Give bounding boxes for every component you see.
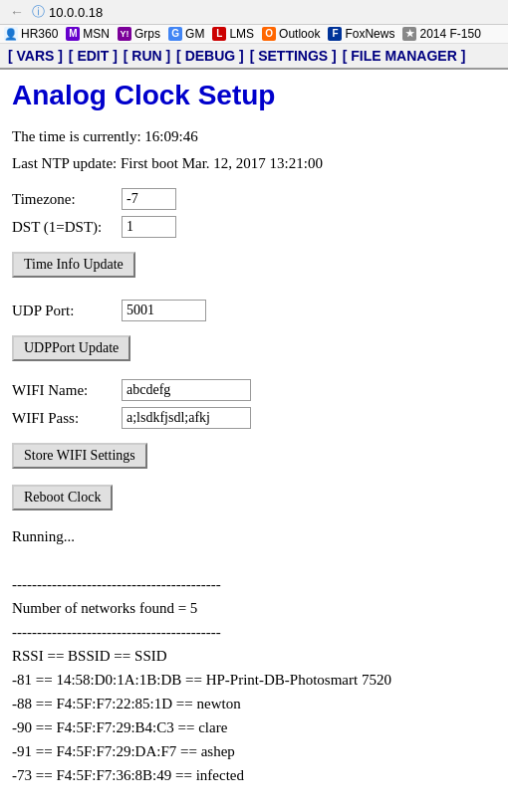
bookmark-outlook[interactable]: O Outlook	[262, 27, 320, 41]
bookmark-f150-label: 2014 F-150	[419, 27, 480, 41]
bookmark-hr360[interactable]: 👤 HR360	[4, 27, 58, 41]
time-current-line: The time is currently: 16:09:46	[12, 125, 496, 148]
bookmark-msn[interactable]: M MSN	[66, 27, 110, 41]
output-network4: -91 == F4:5F:F7:29:DA:F7 == ashep	[12, 739, 496, 763]
wifi-pass-input[interactable]	[122, 407, 251, 429]
timezone-input[interactable]	[122, 188, 176, 210]
bookmark-foxnews[interactable]: F FoxNews	[328, 27, 394, 41]
time-current-label: The time is currently:	[12, 128, 141, 144]
page-title: Analog Clock Setup	[12, 80, 496, 111]
store-wifi-section: Store WIFI Settings	[12, 435, 496, 477]
output-network2: -88 == F4:5F:F7:22:85:1D == newton	[12, 692, 496, 715]
udp-update-button[interactable]: UDPPort Update	[12, 335, 130, 361]
address-bar: ← ⓘ 10.0.0.18	[0, 0, 508, 25]
bookmark-foxnews-label: FoxNews	[345, 27, 394, 41]
info-icon: ⓘ	[32, 3, 45, 21]
reboot-section: Reboot Clock	[12, 477, 496, 518]
output-section: Running... -----------------------------…	[12, 524, 496, 787]
nav-vars[interactable]: [ VARS ]	[8, 48, 63, 64]
gm-icon: G	[168, 27, 182, 41]
udp-update-section: UDPPort Update	[12, 327, 496, 369]
foxnews-icon: F	[328, 27, 342, 41]
grps-icon: Y!	[118, 27, 131, 41]
timezone-row: Timezone:	[12, 188, 496, 210]
nav-debug[interactable]: [ DEBUG ]	[176, 48, 244, 64]
output-rssi-header: RSSI == BSSID == SSID	[12, 644, 496, 668]
back-button[interactable]: ←	[6, 4, 28, 20]
nav-bar: [ VARS ] [ EDIT ] [ RUN ] [ DEBUG ] [ SE…	[0, 44, 508, 70]
bookmark-lms[interactable]: L LMS	[212, 27, 254, 41]
timezone-label: Timezone:	[12, 191, 122, 208]
f150-icon: ★	[402, 27, 416, 41]
udp-row: UDP Port:	[12, 300, 496, 321]
ntp-label: Last NTP update:	[12, 155, 117, 171]
bookmark-outlook-label: Outlook	[279, 27, 320, 41]
dst-input[interactable]	[122, 216, 176, 238]
wifi-pass-label: WIFI Pass:	[12, 410, 122, 427]
bookmark-msn-label: MSN	[83, 27, 110, 41]
output-network3: -90 == F4:5F:F7:29:B4:C3 == clare	[12, 715, 496, 739]
output-networks-found: Number of networks found = 5	[12, 596, 496, 620]
nav-file-manager[interactable]: [ FILE MANAGER ]	[343, 48, 466, 64]
output-running: Running...	[12, 524, 496, 548]
udp-port-label: UDP Port:	[12, 303, 122, 319]
nav-edit[interactable]: [ EDIT ]	[69, 48, 118, 64]
output-sep1: ----------------------------------------…	[12, 572, 496, 596]
wifi-name-input[interactable]	[122, 379, 251, 401]
output-network1: -81 == 14:58:D0:1A:1B:DB == HP-Print-DB-…	[12, 668, 496, 692]
ntp-line: Last NTP update: First boot Mar. 12, 201…	[12, 152, 496, 175]
dst-row: DST (1=DST):	[12, 216, 496, 238]
lms-icon: L	[212, 27, 226, 41]
dst-label: DST (1=DST):	[12, 219, 122, 236]
udp-section: UDP Port:	[12, 300, 496, 321]
bookmark-gm-label: GM	[185, 27, 204, 41]
timezone-section: Timezone: DST (1=DST):	[12, 188, 496, 238]
bookmark-lms-label: LMS	[229, 27, 254, 41]
udp-port-input[interactable]	[122, 300, 206, 321]
output-network5: -73 == F4:5F:F7:36:8B:49 == infected	[12, 763, 496, 787]
url-display: 10.0.0.18	[49, 5, 103, 20]
main-content: Analog Clock Setup The time is currently…	[0, 70, 508, 797]
bookmark-hr360-label: HR360	[21, 27, 58, 41]
store-wifi-button[interactable]: Store WIFI Settings	[12, 443, 147, 469]
bookmark-f150[interactable]: ★ 2014 F-150	[402, 27, 480, 41]
wifi-section: WIFI Name: WIFI Pass:	[12, 379, 496, 429]
hr360-icon: 👤	[4, 27, 18, 41]
wifi-name-row: WIFI Name:	[12, 379, 496, 401]
time-update-button[interactable]: Time Info Update	[12, 252, 135, 278]
time-current-value: 16:09:46	[144, 128, 197, 144]
nav-run[interactable]: [ RUN ]	[124, 48, 170, 64]
output-sep2: ----------------------------------------…	[12, 620, 496, 644]
reboot-button[interactable]: Reboot Clock	[12, 485, 113, 510]
time-update-section: Time Info Update	[12, 244, 496, 286]
bookmark-grps-label: Grps	[134, 27, 160, 41]
bookmarks-bar: 👤 HR360 M MSN Y! Grps G GM L LMS O Outlo…	[0, 25, 508, 44]
nav-settings[interactable]: [ SETTINGS ]	[250, 48, 337, 64]
ntp-value: First boot Mar. 12, 2017 13:21:00	[121, 155, 323, 171]
wifi-name-label: WIFI Name:	[12, 382, 122, 399]
outlook-icon: O	[262, 27, 276, 41]
wifi-pass-row: WIFI Pass:	[12, 407, 496, 429]
bookmark-grps[interactable]: Y! Grps	[118, 27, 160, 41]
bookmark-gm[interactable]: G GM	[168, 27, 204, 41]
msn-icon: M	[66, 27, 80, 41]
